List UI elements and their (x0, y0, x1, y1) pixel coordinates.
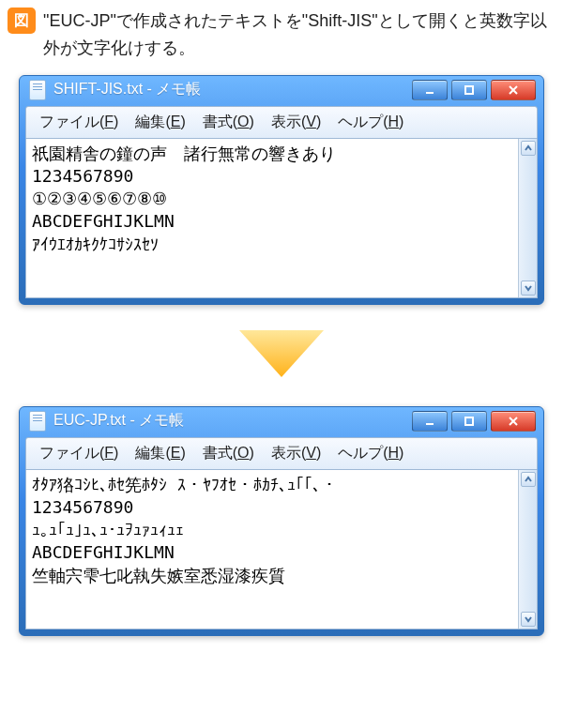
close-button[interactable] (491, 80, 536, 100)
menu-view[interactable]: 表示(V) (271, 444, 321, 463)
scroll-down-button[interactable] (521, 281, 536, 296)
window-title: SHIFT-JIS.txt - メモ帳 (53, 80, 201, 99)
vertical-scrollbar[interactable] (518, 139, 537, 297)
close-button[interactable] (491, 411, 536, 432)
menu-edit[interactable]: 編集(E) (135, 444, 185, 463)
minimize-button[interactable] (412, 411, 448, 432)
scroll-up-button[interactable] (521, 472, 536, 487)
notepad-window-shiftjis: SHIFT-JIS.txt - メモ帳 ファイル(F) 編集(E) 書式(O) … (19, 75, 544, 305)
window-title: EUC-JP.txt - メモ帳 (53, 411, 184, 431)
titlebar[interactable]: SHIFT-JIS.txt - メモ帳 (25, 76, 538, 106)
maximize-button[interactable] (451, 80, 487, 100)
scroll-down-button[interactable] (521, 612, 536, 627)
figure-caption: 図 "EUC-JP"で作成されたテキストを"Shift-JIS"として開くと英数… (8, 8, 555, 62)
menubar: ファイル(F) 編集(E) 書式(O) 表示(V) ヘルプ(H) (25, 106, 538, 139)
notepad-window-eucjp: EUC-JP.txt - メモ帳 ファイル(F) 編集(E) 書式(O) 表示(… (19, 406, 544, 636)
minimize-button[interactable] (412, 80, 448, 100)
notepad-icon (29, 80, 46, 100)
menu-format[interactable]: 書式(O) (203, 444, 254, 463)
vertical-scrollbar[interactable] (518, 470, 537, 629)
menu-file[interactable]: ファイル(F) (39, 113, 118, 132)
menu-edit[interactable]: 編集(E) (135, 113, 185, 132)
text-area[interactable]: 祇園精舎の鐘の声 諸行無常の響きあり 1234567890 ①②③④⑤⑥⑦⑧⑩ … (26, 139, 518, 297)
menu-help[interactable]: ヘルプ(H) (338, 113, 403, 132)
text-area[interactable]: ｵﾀｱ狢ｺｼﾋ､ﾎｾ筅ﾎﾀｼ ｽ・ﾔﾌｵｾ・ﾎｶﾁ､ｭ｢｢､・ 12345678… (26, 470, 518, 629)
menu-file[interactable]: ファイル(F) (39, 444, 118, 463)
menu-view[interactable]: 表示(V) (271, 113, 321, 132)
maximize-button[interactable] (451, 411, 487, 432)
down-arrow-icon (8, 326, 555, 382)
svg-marker-4 (239, 330, 324, 377)
caption-text: "EUC-JP"で作成されたテキストを"Shift-JIS"として開くと英数字以… (43, 8, 555, 62)
svg-rect-1 (465, 86, 473, 94)
svg-rect-6 (465, 417, 473, 425)
menu-help[interactable]: ヘルプ(H) (338, 444, 403, 463)
titlebar[interactable]: EUC-JP.txt - メモ帳 (25, 407, 538, 437)
scroll-up-button[interactable] (521, 141, 536, 156)
menubar: ファイル(F) 編集(E) 書式(O) 表示(V) ヘルプ(H) (25, 437, 538, 470)
figure-badge: 図 (8, 8, 36, 34)
notepad-icon (29, 411, 46, 432)
menu-format[interactable]: 書式(O) (203, 113, 254, 132)
